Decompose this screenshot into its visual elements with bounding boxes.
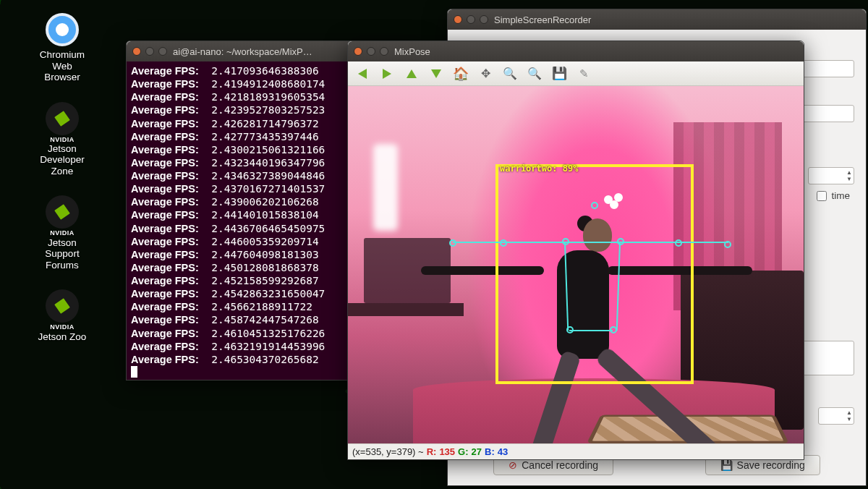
nav-forward-icon[interactable] <box>380 67 394 81</box>
close-button[interactable] <box>354 47 362 56</box>
nvidia-brand: NVIDIA <box>50 323 75 331</box>
zoom-in-icon[interactable]: 🔍 <box>527 67 542 81</box>
nav-up-icon[interactable] <box>404 67 419 81</box>
desktop-icon-jetson-dev[interactable]: NVIDIA Jetson Developer Zone <box>19 102 106 177</box>
titlebar[interactable]: MixPose <box>348 41 804 61</box>
desktop-icons: Chromium Web Browser NVIDIA Jetson Devel… <box>19 13 106 342</box>
desktop-icon-jetson-forum[interactable]: NVIDIA Jetson Support Forums <box>19 195 106 271</box>
cancel-icon: ⊘ <box>509 459 517 471</box>
status-b: 43 <box>498 444 508 459</box>
checkbox-input[interactable] <box>817 191 827 201</box>
checkbox-label: time <box>831 190 850 201</box>
maximize-button[interactable] <box>158 47 167 56</box>
keypoint-elbow-r <box>675 239 682 247</box>
button-label: Cancel recording <box>522 459 598 471</box>
nvidia-icon <box>46 195 79 229</box>
minimize-button[interactable] <box>145 47 154 56</box>
pan-icon[interactable]: ✥ <box>478 67 493 81</box>
window-mixpose[interactable]: MixPose 🏠 ✥ 🔍 🔍 💾 ✎ warriortwo: 89% <box>347 41 804 460</box>
keypoint-elbow-l <box>500 239 507 247</box>
desktop-icon-label: Jetson Support Forums <box>45 237 79 271</box>
nav-down-icon[interactable] <box>429 67 443 81</box>
scene-lightglow <box>373 144 398 231</box>
scene-desk <box>348 303 464 316</box>
minimize-button[interactable] <box>367 47 375 56</box>
limb <box>565 242 620 243</box>
desktop-icon-jetson-zoo[interactable]: NVIDIA Jetson Zoo <box>19 289 106 342</box>
desktop-icon-label: Jetson Developer Zone <box>40 143 85 177</box>
maximize-button[interactable] <box>480 15 488 24</box>
nvidia-brand: NVIDIA <box>50 229 75 237</box>
close-button[interactable] <box>454 15 462 24</box>
configure-icon[interactable]: ✎ <box>576 67 591 81</box>
keypoint-nose <box>610 200 618 209</box>
button-label: Save recording <box>737 459 805 471</box>
save-icon[interactable]: 💾 <box>552 67 566 81</box>
desktop-icon-label: Chromium Web Browser <box>40 49 85 83</box>
limb <box>620 242 728 243</box>
image-viewer[interactable]: warriortwo: 89% <box>348 86 804 443</box>
titlebar[interactable]: SimpleScreenRecorder <box>448 9 866 30</box>
close-button[interactable] <box>132 47 141 56</box>
status-coords: (x=535, y=379) ~ <box>352 444 424 459</box>
minimize-button[interactable] <box>467 15 475 24</box>
status-b-label: B: <box>485 444 495 459</box>
status-r-label: R: <box>427 444 437 459</box>
save-icon: 💾 <box>720 459 733 471</box>
home-icon[interactable]: 🏠 <box>454 67 468 81</box>
nav-back-icon[interactable] <box>355 67 370 81</box>
checkbox-time[interactable]: time <box>817 190 850 201</box>
desktop-icon-chromium[interactable]: Chromium Web Browser <box>19 13 106 83</box>
detection-label: warriortwo: 89% <box>500 164 578 173</box>
keypoint-wrist-l <box>449 239 456 247</box>
nvidia-icon <box>46 102 79 135</box>
limb <box>453 242 565 243</box>
chromium-icon <box>46 13 79 46</box>
limb <box>569 330 613 331</box>
zoom-out-icon[interactable]: 🔍 <box>503 67 517 81</box>
window-title: ai@ai-nano: ~/workspace/MixP… <box>173 46 312 57</box>
viewer-statusbar: (x=535, y=379) ~ R:135 G:27 B:43 <box>348 443 804 459</box>
nvidia-brand: NVIDIA <box>50 136 75 143</box>
detection-bbox <box>495 164 694 384</box>
viewer-toolbar: 🏠 ✥ 🔍 🔍 💾 ✎ <box>348 61 804 86</box>
status-g-label: G: <box>458 444 468 459</box>
keypoint-ear <box>591 202 598 209</box>
window-title: SimpleScreenRecorder <box>494 14 591 25</box>
spin-field[interactable]: ▲▼ <box>808 167 854 184</box>
spin-field[interactable]: ▲▼ <box>818 407 854 425</box>
nvidia-icon <box>46 289 79 323</box>
status-g: 27 <box>472 444 482 459</box>
window-title: MixPose <box>394 46 430 57</box>
status-r: 135 <box>439 444 455 459</box>
desktop-icon-label: Jetson Zoo <box>38 331 87 343</box>
maximize-button[interactable] <box>380 47 388 56</box>
